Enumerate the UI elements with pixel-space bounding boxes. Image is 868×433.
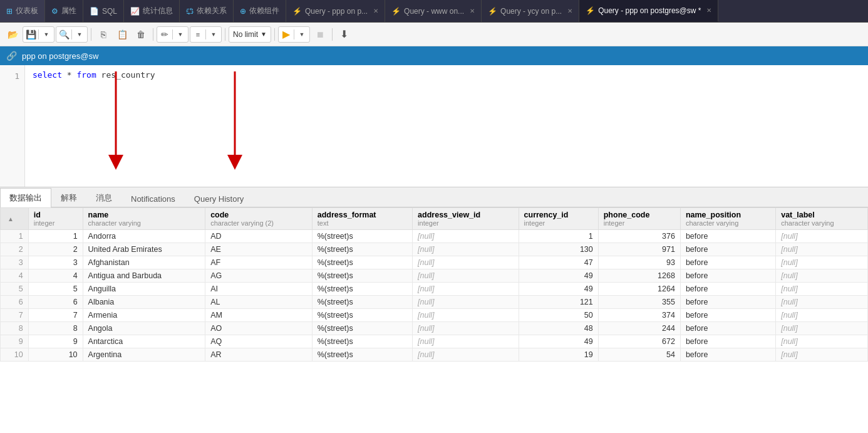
save-group: 💾 ▼ xyxy=(23,26,54,43)
table-row[interactable]: 77ArmeniaAM%(street)s[null]50374before[n… xyxy=(1,309,868,322)
tab-depcomps[interactable]: ⊕依赖组件 xyxy=(234,0,286,22)
col-header-phone_code[interactable]: phone_codeinteger xyxy=(598,208,680,230)
tab-query3[interactable]: ⚡Query - ycy on p...✕ xyxy=(482,0,579,22)
cell-id: 5 xyxy=(28,283,83,296)
copy-button[interactable]: ⎘ xyxy=(95,26,112,43)
tab-query4[interactable]: ⚡Query - ppp on postgres@sw *✕ xyxy=(579,0,718,22)
tab-stats[interactable]: 📈统计信息 xyxy=(124,0,180,22)
tab-query1-icon: ⚡ xyxy=(292,7,302,16)
cell-rownum: 5 xyxy=(1,283,29,296)
tab-query3-icon: ⚡ xyxy=(488,7,497,16)
tab-output[interactable]: 数据输出 xyxy=(0,188,51,207)
search-dropdown-button[interactable]: ▼ xyxy=(72,27,87,42)
tab-depcomps-icon: ⊕ xyxy=(240,7,246,16)
cell-phone-code: 971 xyxy=(598,243,680,256)
run-dropdown-button[interactable]: ▼ xyxy=(294,27,309,42)
tab-query2-icon: ⚡ xyxy=(391,7,401,16)
cell-address-view-id: [null] xyxy=(413,335,519,348)
tab-messages[interactable]: 消息 xyxy=(86,188,121,207)
col-header-name[interactable]: namecharacter varying xyxy=(83,208,205,230)
tab-query3-close[interactable]: ✕ xyxy=(567,8,572,14)
col-header-address_format[interactable]: address_formattext xyxy=(312,208,412,230)
tab-history[interactable]: Query History xyxy=(185,190,253,207)
tab-query2[interactable]: ⚡Query - www on...✕ xyxy=(385,0,482,22)
cell-name-position: before xyxy=(680,322,775,335)
tab-notifications[interactable]: Notifications xyxy=(121,190,185,207)
cell-address-format: %(street)s xyxy=(312,269,412,283)
data-table-wrapper[interactable]: ▲idintegernamecharacter varyingcodechara… xyxy=(0,207,868,433)
tab-query1[interactable]: ⚡Query - ppp on p...✕ xyxy=(286,0,385,22)
cell-rownum: 7 xyxy=(1,309,29,322)
tab-depends[interactable]: ⮔依赖关系 xyxy=(180,0,234,22)
cell-address-view-id: [null] xyxy=(413,296,519,309)
save-button[interactable]: 💾 xyxy=(23,27,38,42)
cell-rownum: 8 xyxy=(1,322,29,335)
tab-explain[interactable]: 解释 xyxy=(51,188,86,207)
table-row[interactable]: 1010ArgentinaAR%(street)s[null]1954befor… xyxy=(1,348,868,362)
filter-dropdown-button[interactable]: ▼ xyxy=(206,27,221,42)
tab-dashboard[interactable]: ⊞仪表板 xyxy=(0,0,45,22)
col-header-name_position[interactable]: name_positioncharacter varying xyxy=(680,208,775,230)
col-header-currency_id[interactable]: currency_idinteger xyxy=(519,208,598,230)
cell-address-format: %(street)s xyxy=(312,335,412,348)
cell-vat-label: [null] xyxy=(776,283,868,296)
limit-chevron-icon: ▼ xyxy=(261,31,267,38)
col-header-rownum: ▲ xyxy=(1,208,29,230)
tab-query2-close[interactable]: ✕ xyxy=(470,8,475,14)
table-row[interactable]: 33AfghanistanAF%(street)s[null]4793befor… xyxy=(1,256,868,269)
editor-content[interactable]: select * from res_country xyxy=(25,65,868,187)
download-button[interactable]: ⬇ xyxy=(336,26,353,43)
cell-rownum: 4 xyxy=(1,269,29,283)
cell-name-position: before xyxy=(680,348,775,362)
cell-id: 8 xyxy=(28,322,83,335)
stop-button[interactable]: ⏹ xyxy=(311,26,329,43)
col-header-code[interactable]: codecharacter varying (2) xyxy=(205,208,313,230)
cell-vat-label: [null] xyxy=(776,256,868,269)
search-button[interactable]: 🔍 xyxy=(56,27,71,42)
cell-vat-label: [null] xyxy=(776,348,868,362)
table-row[interactable]: 55AnguillaAI%(street)s[null]491264before… xyxy=(1,283,868,296)
cell-address-view-id: [null] xyxy=(413,256,519,269)
paste-button[interactable]: 📋 xyxy=(113,26,131,43)
cell-id: 3 xyxy=(28,256,83,269)
limit-label: No limit xyxy=(233,30,258,39)
tab-query1-close[interactable]: ✕ xyxy=(373,8,378,14)
tab-depends-label: 依赖关系 xyxy=(197,6,227,16)
table-row[interactable]: 44Antigua and BarbudaAG%(street)s[null]4… xyxy=(1,269,868,283)
table-row[interactable]: 88AngolaAO%(street)s[null]48244before[nu… xyxy=(1,322,868,335)
cell-address-view-id: [null] xyxy=(413,269,519,283)
cell-vat-label: [null] xyxy=(776,269,868,283)
edit-button[interactable]: ✏ xyxy=(157,27,172,42)
table-row[interactable]: 11AndorraAD%(street)s[null]1376before[nu… xyxy=(1,230,868,243)
sep5 xyxy=(332,28,333,41)
tab-properties-label: 属性 xyxy=(61,6,76,16)
cell-code: AM xyxy=(205,309,313,322)
run-button[interactable]: ▶ xyxy=(279,27,294,42)
tab-query4-close[interactable]: ✕ xyxy=(706,7,711,14)
cell-id: 2 xyxy=(28,243,83,256)
col-header-id[interactable]: idinteger xyxy=(28,208,83,230)
cell-name: Antarctica xyxy=(83,335,205,348)
save-dropdown-button[interactable]: ▼ xyxy=(39,27,54,42)
table-row[interactable]: 66AlbaniaAL%(street)s[null]121355before[… xyxy=(1,296,868,309)
col-header-address_view_id[interactable]: address_view_idinteger xyxy=(413,208,519,230)
cell-id: 7 xyxy=(28,309,83,322)
table-row[interactable]: 22United Arab EmiratesAE%(street)s[null]… xyxy=(1,243,868,256)
cell-phone-code: 672 xyxy=(598,335,680,348)
tab-query4-icon: ⚡ xyxy=(586,6,595,15)
line-num-1: 1 xyxy=(14,70,19,83)
cell-name-position: before xyxy=(680,269,775,283)
open-button[interactable]: 📂 xyxy=(4,26,21,43)
col-header-vat_label[interactable]: vat_labelcharacter varying xyxy=(776,208,868,230)
delete-button[interactable]: 🗑 xyxy=(132,26,150,43)
connection-text: ppp on postgres@sw xyxy=(22,51,98,61)
limit-dropdown[interactable]: No limit ▼ xyxy=(229,26,271,43)
cell-phone-code: 355 xyxy=(598,296,680,309)
edit-dropdown-button[interactable]: ▼ xyxy=(173,27,188,42)
filter-button[interactable]: ≡ xyxy=(190,27,205,42)
table-row[interactable]: 99AntarcticaAQ%(street)s[null]49672befor… xyxy=(1,335,868,348)
tab-sql[interactable]: 📄SQL xyxy=(83,0,124,22)
tab-depcomps-label: 依赖组件 xyxy=(249,6,279,16)
cell-rownum: 1 xyxy=(1,230,29,243)
tab-properties[interactable]: ⚙属性 xyxy=(45,0,83,22)
